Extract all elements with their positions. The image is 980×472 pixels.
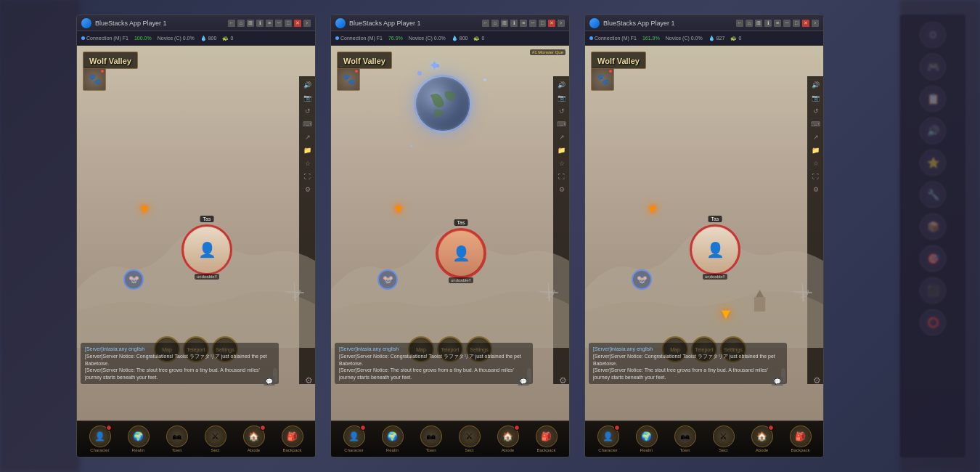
nav-town-middle[interactable]: 🏘 Town — [417, 426, 445, 452]
nav-backpack-left[interactable]: 🎒 Backpack — [279, 426, 306, 452]
coins-middle: 💧 800 — [452, 36, 468, 41]
title-text-middle: BlueStacks App Player 1 — [349, 20, 482, 27]
settings-icon-left[interactable]: ⚙ — [305, 375, 313, 386]
nav-abode-icon-middle: 🏠 — [497, 426, 519, 447]
sidebar-rotate-middle[interactable]: ↺ — [556, 105, 568, 117]
info-btn-left[interactable]: ℹ — [256, 20, 264, 27]
nav-back-icon-right: 🎒 — [790, 426, 812, 447]
nav-abode-icon-right: 🏠 — [751, 426, 773, 447]
menu-btn-left[interactable]: ≡ — [266, 20, 273, 27]
close-btn-right[interactable]: ✕ — [802, 20, 809, 27]
sidebar-settings-middle[interactable]: ⚙ — [556, 184, 568, 195]
chat-icon-right[interactable]: 💬 — [772, 377, 783, 386]
sidebar-star-middle[interactable]: ☆ — [556, 158, 568, 169]
nav-realm-right[interactable]: 🌍 Realm — [633, 426, 661, 452]
close-btn-left[interactable]: ✕ — [294, 20, 301, 27]
copy-btn-middle[interactable]: ⊞ — [501, 20, 508, 27]
back-btn-left[interactable]: ← — [228, 20, 235, 27]
bg-right-blur — [900, 0, 980, 472]
home-btn-right[interactable]: ⌂ — [746, 20, 753, 27]
chat-line-1-middle: [Server]intasia:any english — [339, 346, 528, 353]
nav-abode-right[interactable]: 🏠 Abode — [748, 426, 776, 452]
nav-town-left[interactable]: 🏘 Town — [163, 426, 191, 452]
sidebar-cam-right[interactable]: 📷 — [810, 92, 822, 104]
sidebar-star-left[interactable]: ☆ — [302, 158, 314, 169]
nav-abode-left[interactable]: 🏠 Abode — [240, 426, 268, 452]
copy-btn-left[interactable]: ⊞ — [247, 20, 254, 27]
nav-realm-label-right: Realm — [640, 448, 653, 452]
max-btn-left[interactable]: □ — [285, 20, 292, 27]
back-btn-middle[interactable]: ← — [482, 20, 489, 27]
nav-backpack-right[interactable]: 🎒 Backpack — [787, 426, 814, 452]
nav-sect-middle[interactable]: ⚔ Sect — [456, 426, 483, 452]
sidebar-keyboard-right[interactable]: ⌨ — [810, 118, 822, 130]
globe-container-middle: ✦ — [407, 68, 494, 155]
nav-character-right[interactable]: 👤 Character — [595, 426, 622, 452]
sidebar-sound-middle[interactable]: 🔊 — [556, 79, 568, 91]
nav-sect-right[interactable]: ⚔ Sect — [710, 426, 738, 452]
sidebar-keyboard-left[interactable]: ⌨ — [302, 118, 314, 130]
nav-abode-middle[interactable]: 🏠 Abode — [494, 426, 522, 452]
sidebar-btn-left[interactable]: › — [303, 20, 311, 27]
nav-realm-middle[interactable]: 🌍 Realm — [379, 426, 407, 452]
close-btn-middle[interactable]: ✕ — [548, 20, 555, 27]
sidebar-cam-left[interactable]: 📷 — [302, 92, 314, 104]
nav-sect-left[interactable]: ⚔ Sect — [202, 426, 229, 452]
min-btn-middle[interactable]: ─ — [529, 20, 536, 27]
sidebar-cam-middle[interactable]: 📷 — [556, 92, 568, 104]
nav-back-label-middle: Backpack — [536, 448, 555, 452]
max-btn-middle[interactable]: □ — [539, 20, 546, 27]
nav-abode-badge-right — [768, 425, 774, 431]
sidebar-keyboard-middle[interactable]: ⌨ — [556, 118, 568, 130]
sidebar-share-right[interactable]: ↗ — [810, 131, 822, 143]
sidebar-btn-right[interactable]: › — [812, 20, 819, 27]
chat-icon-middle[interactable]: 💬 — [518, 377, 529, 386]
sidebar-btn-middle[interactable]: › — [558, 20, 565, 27]
sidebar-fullscreen-middle[interactable]: ⛶ — [556, 171, 568, 182]
home-btn-middle[interactable]: ⌂ — [491, 20, 499, 27]
min-btn-right[interactable]: ─ — [783, 20, 791, 27]
settings-icon-right[interactable]: ⚙ — [813, 375, 821, 386]
avatar-wrapper-right: Tas 👤 undoable!! — [690, 224, 740, 275]
sidebar-folder-middle[interactable]: 📁 — [556, 145, 568, 156]
sidebar-folder-right[interactable]: 📁 — [810, 145, 822, 156]
sidebar-settings-right[interactable]: ⚙ — [810, 184, 822, 195]
creature-circle-right: 🐭 — [632, 269, 652, 290]
sidebar-star-right[interactable]: ☆ — [810, 158, 822, 169]
sidebar-settings-left[interactable]: ⚙ — [302, 184, 314, 195]
avatar-label-left: Tas — [200, 216, 214, 222]
nav-backpack-middle[interactable]: 🎒 Backpack — [533, 426, 560, 452]
nav-town-right[interactable]: 🏘 Town — [671, 426, 699, 452]
menu-btn-middle[interactable]: ≡ — [520, 20, 527, 27]
player-right: Novice (C) 0.0% — [666, 36, 703, 41]
chat-icon-left[interactable]: 💬 — [264, 377, 275, 386]
copy-btn-right[interactable]: ⊞ — [755, 20, 762, 27]
chat-line-2-left: [Server]Server Notice: Congratulations! … — [85, 353, 274, 367]
nav-character-left[interactable]: 👤 Character — [86, 426, 114, 452]
sidebar-share-middle[interactable]: ↗ — [556, 131, 568, 143]
chat-line-3-right: [Server]Server Notice: The stout tree gr… — [593, 367, 783, 381]
flame-arrow-middle: ▼ — [392, 202, 405, 217]
settings-icon-middle[interactable]: ⚙ — [559, 375, 567, 386]
home-btn-left[interactable]: ⌂ — [237, 20, 245, 27]
sidebar-sound-left[interactable]: 🔊 — [302, 79, 314, 91]
sidebar-sound-right[interactable]: 🔊 — [810, 79, 822, 91]
sidebar-rotate-right[interactable]: ↺ — [810, 105, 822, 117]
character-middle[interactable]: Tas 👤 undoable!! — [436, 228, 486, 279]
back-btn-right[interactable]: ← — [736, 20, 743, 27]
nav-realm-left[interactable]: 🌍 Realm — [125, 426, 152, 452]
min-btn-left[interactable]: ─ — [275, 20, 282, 27]
info-btn-middle[interactable]: ℹ — [510, 20, 518, 27]
menu-btn-right[interactable]: ≡ — [774, 20, 781, 27]
sidebar-folder-left[interactable]: 📁 — [302, 145, 314, 156]
sidebar-share-left[interactable]: ↗ — [302, 131, 314, 143]
character-right[interactable]: Tas 👤 undoable!! — [690, 224, 740, 275]
sidebar-fullscreen-right[interactable]: ⛶ — [810, 171, 822, 182]
max-btn-right[interactable]: □ — [793, 20, 800, 27]
nav-character-middle[interactable]: 👤 Character — [340, 426, 368, 452]
character-left[interactable]: Tas 👤 undoable!! — [181, 224, 232, 275]
emulator-left: BlueStacks App Player 1 ← ⌂ ⊞ ℹ ≡ ─ □ ✕ … — [76, 15, 316, 457]
sidebar-fullscreen-left[interactable]: ⛶ — [302, 171, 314, 182]
info-btn-right[interactable]: ℹ — [764, 20, 772, 27]
sidebar-rotate-left[interactable]: ↺ — [302, 105, 314, 117]
